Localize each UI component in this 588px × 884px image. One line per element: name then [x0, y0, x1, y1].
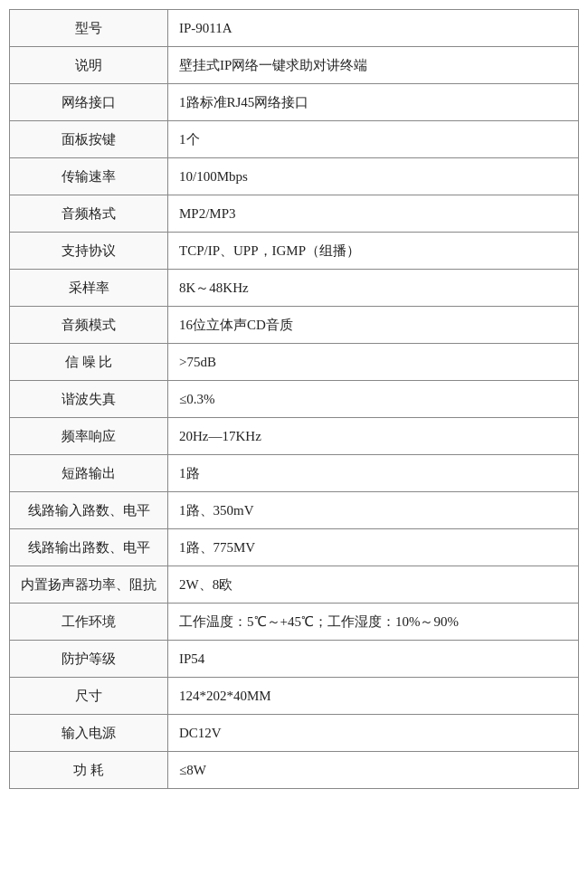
- spec-value: DC12V: [168, 715, 579, 752]
- spec-label: 音频格式: [10, 195, 168, 233]
- table-row: 说明壁挂式IP网络一键求助对讲终端: [10, 47, 579, 84]
- table-row: 音频格式MP2/MP3: [10, 195, 579, 233]
- spec-value: MP2/MP3: [168, 195, 579, 233]
- table-row: 频率响应20Hz—17KHz: [10, 418, 579, 455]
- spec-label: 说明: [10, 47, 168, 84]
- table-row: 尺寸124*202*40MM: [10, 678, 579, 715]
- table-row: 网络接口1路标准RJ45网络接口: [10, 84, 579, 121]
- spec-label: 支持协议: [10, 233, 168, 270]
- spec-label: 音频模式: [10, 307, 168, 344]
- spec-value: 2W、8欧: [168, 566, 579, 604]
- spec-value: TCP/IP、UPP，IGMP（组播）: [168, 233, 579, 270]
- spec-label: 短路输出: [10, 455, 168, 492]
- spec-value: 工作温度：5℃～+45℃；工作湿度：10%～90%: [168, 604, 579, 641]
- spec-label: 内置扬声器功率、阻抗: [10, 566, 168, 604]
- table-row: 谐波失真≤0.3%: [10, 381, 579, 418]
- spec-value: 1路、350mV: [168, 492, 579, 529]
- table-row: 线路输入路数、电平1路、350mV: [10, 492, 579, 529]
- spec-value: 10/100Mbps: [168, 158, 579, 195]
- table-row: 型号IP-9011A: [10, 10, 579, 47]
- spec-value: 20Hz—17KHz: [168, 418, 579, 455]
- spec-label: 网络接口: [10, 84, 168, 121]
- spec-label: 谐波失真: [10, 381, 168, 418]
- spec-value: 1路: [168, 455, 579, 492]
- spec-value: IP-9011A: [168, 10, 579, 47]
- spec-label: 功 耗: [10, 752, 168, 789]
- spec-label: 线路输出路数、电平: [10, 529, 168, 566]
- spec-label: 传输速率: [10, 158, 168, 195]
- table-row: 工作环境工作温度：5℃～+45℃；工作湿度：10%～90%: [10, 604, 579, 641]
- table-row: 短路输出1路: [10, 455, 579, 492]
- spec-value: 1路、775MV: [168, 529, 579, 566]
- table-row: 采样率8K～48KHz: [10, 270, 579, 307]
- spec-label: 面板按键: [10, 121, 168, 158]
- table-row: 线路输出路数、电平1路、775MV: [10, 529, 579, 566]
- spec-value: 8K～48KHz: [168, 270, 579, 307]
- table-row: 内置扬声器功率、阻抗2W、8欧: [10, 566, 579, 604]
- spec-label: 频率响应: [10, 418, 168, 455]
- table-row: 支持协议TCP/IP、UPP，IGMP（组播）: [10, 233, 579, 270]
- spec-label: 采样率: [10, 270, 168, 307]
- spec-value: 124*202*40MM: [168, 678, 579, 715]
- spec-value: ≤0.3%: [168, 381, 579, 418]
- spec-value: >75dB: [168, 344, 579, 381]
- table-row: 音频模式16位立体声CD音质: [10, 307, 579, 344]
- spec-label: 型号: [10, 10, 168, 47]
- spec-value: 1路标准RJ45网络接口: [168, 84, 579, 121]
- spec-value: 16位立体声CD音质: [168, 307, 579, 344]
- spec-label: 工作环境: [10, 604, 168, 641]
- spec-table: 型号IP-9011A说明壁挂式IP网络一键求助对讲终端网络接口1路标准RJ45网…: [9, 9, 579, 789]
- spec-label: 尺寸: [10, 678, 168, 715]
- spec-value: 1个: [168, 121, 579, 158]
- spec-value: IP54: [168, 641, 579, 678]
- spec-label: 信 噪 比: [10, 344, 168, 381]
- table-row: 信 噪 比>75dB: [10, 344, 579, 381]
- spec-value: 壁挂式IP网络一键求助对讲终端: [168, 47, 579, 84]
- table-row: 传输速率10/100Mbps: [10, 158, 579, 195]
- spec-value: ≤8W: [168, 752, 579, 789]
- table-row: 面板按键1个: [10, 121, 579, 158]
- spec-label: 线路输入路数、电平: [10, 492, 168, 529]
- spec-label: 防护等级: [10, 641, 168, 678]
- spec-label: 输入电源: [10, 715, 168, 752]
- table-row: 防护等级IP54: [10, 641, 579, 678]
- table-row: 输入电源DC12V: [10, 715, 579, 752]
- table-row: 功 耗≤8W: [10, 752, 579, 789]
